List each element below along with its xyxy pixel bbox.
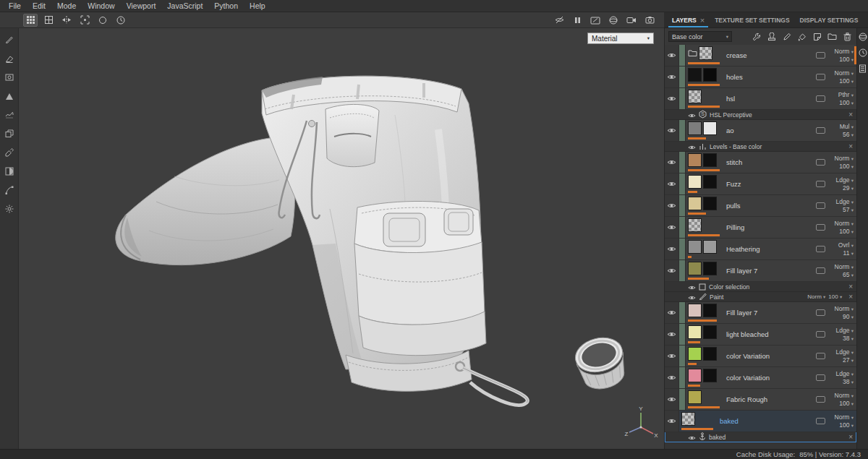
layer-row[interactable]: creaseNorm ▾100 ▾: [665, 45, 856, 67]
layer-opacity-bar[interactable]: [688, 341, 700, 343]
layer-row[interactable]: color VariationLdge ▾27 ▾: [665, 346, 856, 367]
effect-visibility-toggle[interactable]: [688, 431, 696, 444]
layer-thumbnails[interactable]: [686, 239, 723, 259]
layer-row[interactable]: HeatheringOvrl ▾11 ▾: [665, 239, 856, 260]
layer-effect-row[interactable]: baked×: [665, 432, 856, 442]
layer-thumbnail[interactable]: [688, 369, 702, 382]
layer-thumbnails[interactable]: [686, 45, 723, 66]
effect-remove-button[interactable]: ×: [845, 143, 856, 150]
menu-edit[interactable]: Edit: [27, 1, 51, 10]
layer-opacity-value[interactable]: 100 ▾: [839, 400, 854, 407]
layer-visibility-toggle[interactable]: [665, 173, 679, 194]
menu-file[interactable]: File: [3, 1, 27, 10]
menu-viewport[interactable]: Viewport: [121, 1, 162, 10]
layer-opacity-bar[interactable]: [688, 191, 697, 193]
eraser-icon[interactable]: [3, 53, 16, 64]
layer-thumbnail[interactable]: [699, 46, 712, 60]
layer-name[interactable]: stitch: [723, 152, 816, 173]
menu-help[interactable]: Help: [244, 1, 271, 10]
layer-blend-mode[interactable]: Ovrl ▾: [838, 242, 854, 249]
layer-row[interactable]: Fill layer 7Norm ▾90 ▾: [665, 302, 856, 324]
quick-mask-icon[interactable]: [3, 166, 16, 177]
effect-remove-button[interactable]: ×: [845, 111, 856, 119]
layer-row[interactable]: stitchNorm ▾100 ▾: [665, 152, 856, 173]
effect-remove-button[interactable]: ×: [845, 283, 856, 291]
layer-thumbnail[interactable]: [703, 347, 717, 361]
layer-thumbnail[interactable]: [703, 153, 717, 167]
layer-name[interactable]: pulls: [723, 195, 816, 216]
add-paint-icon[interactable]: [781, 31, 792, 42]
tab-texture-set-settings[interactable]: TEXTURE SET SETTINGS: [710, 12, 794, 27]
smudge-icon[interactable]: [3, 109, 16, 121]
delete-layer-icon[interactable]: [842, 31, 853, 42]
layer-opacity-value[interactable]: 65 ▾: [843, 272, 854, 278]
layer-thumbnail[interactable]: [703, 197, 717, 210]
add-smart-material-icon[interactable]: [812, 31, 822, 42]
layer-blend-mode[interactable]: Norm ▾: [835, 264, 854, 270]
layer-thumbnail[interactable]: [703, 262, 717, 275]
material-picker-icon[interactable]: [3, 147, 16, 158]
layer-opacity-bar[interactable]: [688, 385, 700, 387]
layer-thumbnail[interactable]: [688, 68, 702, 82]
layer-opacity-bar[interactable]: [688, 84, 720, 86]
material-dropdown[interactable]: Material ▾: [587, 33, 654, 44]
layer-thumbnail[interactable]: [688, 325, 702, 339]
layer-visibility-toggle[interactable]: [665, 260, 679, 281]
layer-visibility-toggle[interactable]: [665, 195, 679, 216]
layer-opacity-value[interactable]: 90 ▾: [843, 314, 854, 320]
pause-engine-icon[interactable]: [570, 14, 584, 27]
layer-thumbnails[interactable]: [686, 324, 723, 345]
layer-thumbnail[interactable]: [703, 304, 717, 317]
layer-name[interactable]: Fuzz: [723, 173, 816, 194]
layer-thumbnail[interactable]: [688, 262, 702, 275]
layer-opacity-bar[interactable]: [688, 106, 720, 108]
layer-row[interactable]: color VariationLdge ▾38 ▾: [665, 367, 856, 389]
layer-blend-mode[interactable]: Norm ▾: [835, 155, 854, 162]
capture-photo-icon[interactable]: [642, 14, 657, 27]
effect-remove-button[interactable]: ×: [845, 434, 856, 441]
layer-blend-mode[interactable]: Ldge ▾: [835, 349, 854, 356]
layer-thumbnail[interactable]: [688, 304, 702, 317]
layer-name[interactable]: Fill layer 7: [723, 260, 816, 281]
close-tab-icon[interactable]: ×: [700, 16, 705, 25]
effect-remove-button[interactable]: ×: [845, 293, 856, 301]
layer-row[interactable]: pullsLdge ▾57 ▾: [665, 195, 856, 217]
tab-display-settings[interactable]: DISPLAY SETTINGS: [795, 12, 864, 27]
layer-opacity-bar[interactable]: [688, 363, 697, 365]
layer-thumbnails[interactable]: [686, 152, 723, 173]
layer-opacity-bar[interactable]: [688, 319, 717, 322]
layer-thumbnails[interactable]: [686, 173, 723, 194]
layer-blend-mode[interactable]: Norm ▾: [835, 306, 854, 312]
layer-visibility-toggle[interactable]: [665, 302, 679, 323]
add-folder-icon[interactable]: [827, 31, 838, 42]
layer-blend-mode[interactable]: Norm ▾: [835, 414, 854, 421]
layer-opacity-bar[interactable]: [681, 428, 713, 430]
layer-opacity-bar[interactable]: [688, 278, 709, 280]
layer-visibility-toggle[interactable]: [665, 389, 679, 410]
layer-thumbnails[interactable]: [686, 367, 723, 388]
layer-name[interactable]: light bleached: [723, 324, 816, 345]
layer-opacity-value[interactable]: 56 ▾: [843, 132, 854, 138]
layer-thumbnails[interactable]: [686, 260, 723, 281]
notes-icon[interactable]: [858, 64, 867, 73]
layer-opacity-value[interactable]: 11 ▾: [843, 250, 854, 257]
menu-mode[interactable]: Mode: [51, 1, 82, 10]
effect-visibility-toggle[interactable]: [688, 291, 696, 304]
rendering-mode-icon[interactable]: [41, 14, 56, 27]
layer-opacity-value[interactable]: 27 ▾: [843, 357, 854, 364]
layer-thumbnail[interactable]: [688, 121, 702, 135]
layer-opacity-value[interactable]: 57 ▾: [843, 207, 854, 213]
layer-effect-row[interactable]: PaintNorm ▾100 ▾×: [665, 292, 856, 302]
layer-thumbnail[interactable]: [688, 175, 702, 189]
layer-thumbnails[interactable]: [686, 195, 723, 216]
layer-row[interactable]: bakedNorm ▾100 ▾: [665, 411, 856, 432]
layer-thumbnails[interactable]: [686, 88, 723, 109]
effect-visibility-toggle[interactable]: [688, 108, 696, 121]
polygon-fill-icon[interactable]: [3, 90, 16, 102]
layer-thumbnail[interactable]: [688, 347, 702, 361]
layer-name[interactable]: Fabric Rough: [723, 389, 816, 410]
frame-view-icon[interactable]: [77, 14, 92, 27]
layer-opacity-value[interactable]: 29 ▾: [843, 185, 854, 192]
layer-opacity-bar[interactable]: [688, 137, 706, 140]
layer-name[interactable]: color Variation: [723, 367, 816, 388]
